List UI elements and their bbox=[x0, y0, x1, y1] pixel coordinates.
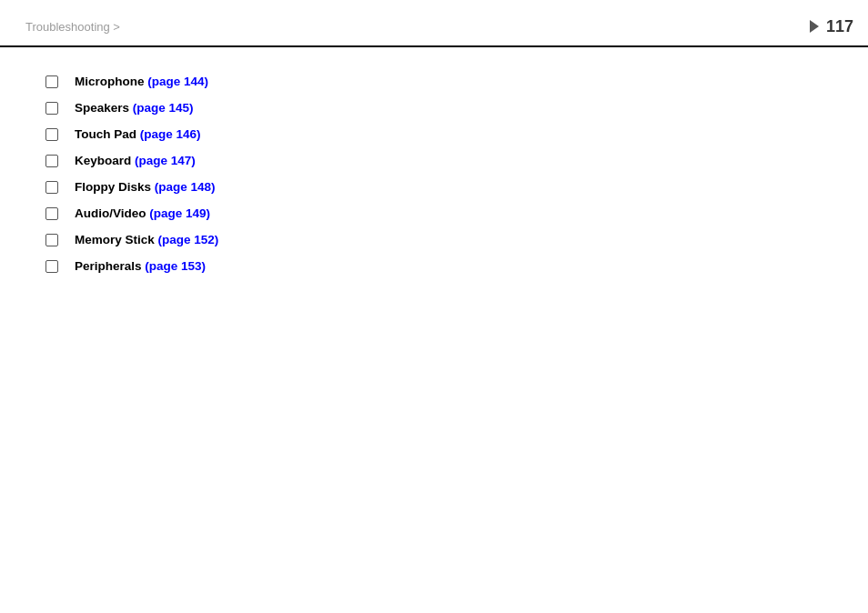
list-item: Touch Pad (page 146) bbox=[45, 127, 832, 141]
checkbox-icon bbox=[45, 155, 58, 167]
item-label-4: Floppy Disks (page 148) bbox=[75, 180, 216, 194]
item-link-0[interactable]: (page 144) bbox=[147, 75, 208, 88]
item-link-6[interactable]: (page 152) bbox=[158, 233, 219, 246]
list-item: Peripherals (page 153) bbox=[45, 259, 832, 273]
content: Microphone (page 144)Speakers (page 145)… bbox=[0, 47, 868, 304]
list-item: Audio/Video (page 149) bbox=[45, 206, 832, 220]
list-item: Memory Stick (page 152) bbox=[45, 233, 832, 246]
page-number-container: 117 bbox=[810, 17, 853, 36]
item-link-2[interactable]: (page 146) bbox=[140, 127, 201, 141]
item-label-0: Microphone (page 144) bbox=[75, 75, 208, 88]
checkbox-icon bbox=[45, 207, 58, 220]
checkbox-icon bbox=[45, 102, 58, 115]
checkbox-icon bbox=[45, 234, 58, 246]
item-link-7[interactable]: (page 153) bbox=[145, 259, 206, 273]
item-label-5: Audio/Video (page 149) bbox=[75, 206, 210, 220]
item-label-6: Memory Stick (page 152) bbox=[75, 233, 218, 246]
checkbox-icon bbox=[45, 181, 58, 194]
item-label-3: Keyboard (page 147) bbox=[75, 154, 196, 167]
list-item: Microphone (page 144) bbox=[45, 75, 832, 88]
list-item: Speakers (page 145) bbox=[45, 101, 832, 115]
checkbox-icon bbox=[45, 75, 58, 88]
item-label-2: Touch Pad (page 146) bbox=[75, 127, 201, 141]
item-link-1[interactable]: (page 145) bbox=[133, 101, 194, 115]
breadcrumb: Troubleshooting > bbox=[25, 20, 120, 34]
item-label-7: Peripherals (page 153) bbox=[75, 259, 206, 273]
item-label-1: Speakers (page 145) bbox=[75, 101, 194, 115]
item-link-3[interactable]: (page 147) bbox=[135, 154, 196, 167]
checkbox-icon bbox=[45, 128, 58, 141]
list-item: Keyboard (page 147) bbox=[45, 154, 832, 167]
page-number: 117 bbox=[826, 17, 853, 36]
arrow-right-icon bbox=[810, 20, 819, 33]
list-item: Floppy Disks (page 148) bbox=[45, 180, 832, 194]
item-link-5[interactable]: (page 149) bbox=[149, 206, 210, 220]
checkbox-icon bbox=[45, 260, 58, 273]
item-link-4[interactable]: (page 148) bbox=[155, 180, 216, 194]
header: Troubleshooting > 117 bbox=[0, 0, 868, 47]
